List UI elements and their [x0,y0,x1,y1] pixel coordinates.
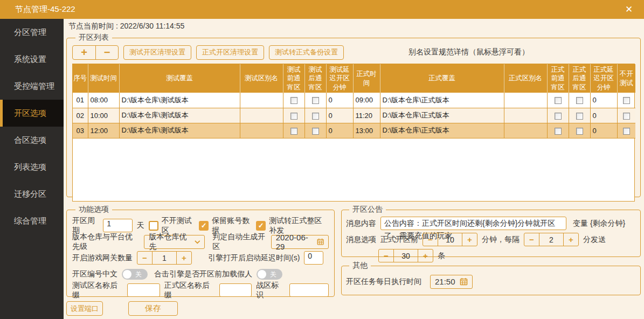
window-title: 节点管理-45-222 [15,4,75,15]
col-header-test-post-night: 测试后通宵区 [304,64,326,93]
priority-select[interactable]: 版本仓库优先 [144,235,205,249]
test-post-night-checkbox[interactable] [312,97,319,104]
node-current-time: 节点当前时间 : 2022/6/30 11:14:55 [68,22,184,31]
daily-task-time-label: 开区任务每日执行时间 [346,277,421,287]
plus-icon: + [81,46,87,59]
open-zone-list-legend: 开区列表 [75,33,112,43]
minus-icon[interactable]: − [524,233,539,246]
cn-number-label: 开区编号中文 [72,269,117,279]
cn-number-toggle[interactable]: 关 [122,269,148,280]
before-open-label: 正式开区前 [380,235,418,245]
test-pre-night-checkbox[interactable] [290,97,297,104]
fake-player-toggle[interactable]: 关 [257,269,282,280]
chevron-down-icon [195,240,200,244]
interval-suffix-label: 分发送 [583,235,606,245]
sidebar-item-controlled-manage[interactable]: 受控端管理 [0,73,64,100]
col-header-formal-time: 正式时间 [353,64,380,93]
col-header-formal-alias: 正式区别名 [504,64,547,93]
plus-icon[interactable]: + [462,233,477,246]
function-options-section: 功能选项 开区周期 1 天 不开测试区 ✓ 保留账号数据 ✓ 测试转正式整区补发… [66,205,335,297]
minus-icon[interactable]: − [423,233,438,246]
test-suffix-input[interactable] [127,283,160,297]
minus-icon[interactable]: − [137,252,152,264]
formal-zone-clean-settings-button[interactable]: 正式开区清理设置 [196,45,264,60]
reissue-checkbox[interactable]: ✓ [256,221,266,231]
plus-icon[interactable]: + [418,249,433,262]
no-test-checkbox[interactable] [623,128,630,135]
sidebar: 分区管理 系统设置 受控端管理 开区选项 合区选项 列表选项 迁移分区 综合管理 [0,19,64,319]
engine-delay-input[interactable]: 0 [304,251,323,265]
interval-mid-label: 分钟，每隔 [482,235,520,245]
no-test-checkbox[interactable] [623,113,630,120]
formal-post-night-checkbox[interactable] [576,113,583,120]
cycle-unit: 天 [137,221,144,231]
zone-table-header: 序号 测试时间 测试覆盖 测试区别名 测试前通宵区 测试后通宵区 测试延迟开区分… [73,64,635,93]
message-content-label: 消息内容 [346,219,376,228]
sidebar-item-merge-zone-options[interactable]: 合区选项 [0,127,64,154]
test-to-formal-backup-settings-button[interactable]: 测试转正式备份设置 [269,45,344,60]
test-pre-night-checkbox[interactable] [290,113,297,120]
auto-generate-label: 判定自动生成开区 [212,232,266,252]
war-zone-input[interactable] [289,283,329,297]
open-zone-list-section: 开区列表 + − 测试开区清理设置 正式开区清理设置 测试转正式备份设置 别名设… [66,33,641,197]
formal-pre-night-checkbox[interactable] [555,128,562,135]
save-button[interactable]: 保存 [128,301,178,316]
formal-suffix-label: 正式区名称后缀 [164,281,215,300]
sidebar-item-open-zone-options[interactable]: 开区选项 [0,100,64,127]
variable-hint: 变量 {剩余分钟} [573,219,625,228]
col-header-no-test: 不开测试 [617,64,635,93]
close-icon[interactable]: ✕ [621,2,636,17]
col-header-test-cover: 测试覆盖 [119,64,240,93]
sidebar-item-general-manage[interactable]: 综合管理 [0,207,64,234]
gateway-count-label: 开启游戏网关数量 [72,253,133,263]
engine-delay-label: 引擎打开后启动延迟时间(s) [208,253,300,263]
keep-account-checkbox[interactable]: ✓ [199,221,209,231]
minus-icon[interactable]: − [379,249,393,262]
priority-label: 版本仓库与平台优先级 [72,232,140,252]
gateway-count-stepper: − 1 + [137,251,192,265]
auto-generate-date-picker[interactable]: 2020-06-29 [271,235,329,249]
formal-suffix-input[interactable] [219,283,252,297]
sidebar-item-partition-manage[interactable]: 分区管理 [0,19,64,46]
table-row-selected[interactable]: 03 12:00 D:\版本仓库\测试版本 0 13:00 D:\版本仓库\正式… [73,123,635,138]
calendar-icon [460,278,468,286]
war-zone-label: 战区标识 [256,281,285,300]
formal-post-night-checkbox[interactable] [576,97,583,104]
cycle-input[interactable]: 1 [103,219,132,232]
message-content-input[interactable]: 公告内容：正式开区时间还剩{剩余分钟}分钟就开区了，需要充值的玩家 [380,217,566,230]
formal-pre-night-checkbox[interactable] [555,113,562,120]
col-header-test-alias: 测试区别名 [240,64,283,93]
message-count-unit: 条 [438,251,445,261]
col-header-test-pre-night: 测试前通宵区 [283,64,304,93]
table-row[interactable]: 01 08:00 D:\版本仓库\测试版本 0 09:00 D:\版本仓库\正式… [73,93,635,108]
toggle-knob [123,270,131,279]
table-row[interactable]: 02 10:00 D:\版本仓库\测试版本 0 11:20 D:\版本仓库\正式… [73,108,635,123]
no-test-zone-checkbox[interactable] [149,221,158,231]
check-icon: ✓ [201,221,207,230]
test-post-night-checkbox[interactable] [312,128,319,135]
formal-post-night-checkbox[interactable] [576,128,583,135]
test-suffix-label: 测试区名称后缀 [72,281,123,300]
minus-icon: − [104,46,110,59]
test-zone-clean-settings-button[interactable]: 测试开区清理设置 [123,45,191,60]
calendar-icon [317,238,324,246]
plus-icon[interactable]: + [177,252,191,264]
daily-task-time-picker[interactable]: 21:50 [430,275,473,289]
sidebar-item-list-options[interactable]: 列表选项 [0,154,64,181]
sidebar-item-system-settings[interactable]: 系统设置 [0,46,64,73]
add-row-button[interactable]: + [73,46,95,59]
col-header-test-time: 测试时间 [88,64,119,93]
plus-icon[interactable]: + [564,233,578,246]
col-header-formal-delay: 正式延迟开区分钟 [590,64,617,93]
formal-pre-night-checkbox[interactable] [555,97,562,104]
sidebar-item-migrate-partition[interactable]: 迁移分区 [0,181,64,207]
function-options-legend: 功能选项 [75,205,112,214]
set-port-button[interactable]: 设置端口 [66,301,103,316]
alias-spec-hint[interactable]: 别名设置规范详情（鼠标悬浮可看） [408,47,529,57]
col-header-formal-pre-night: 正式前通宵区 [547,64,569,93]
test-pre-night-checkbox[interactable] [290,128,297,135]
remove-row-button[interactable]: − [95,46,118,59]
announcement-legend: 开区公告 [349,205,386,214]
test-post-night-checkbox[interactable] [312,113,319,120]
no-test-checkbox[interactable] [623,97,630,104]
